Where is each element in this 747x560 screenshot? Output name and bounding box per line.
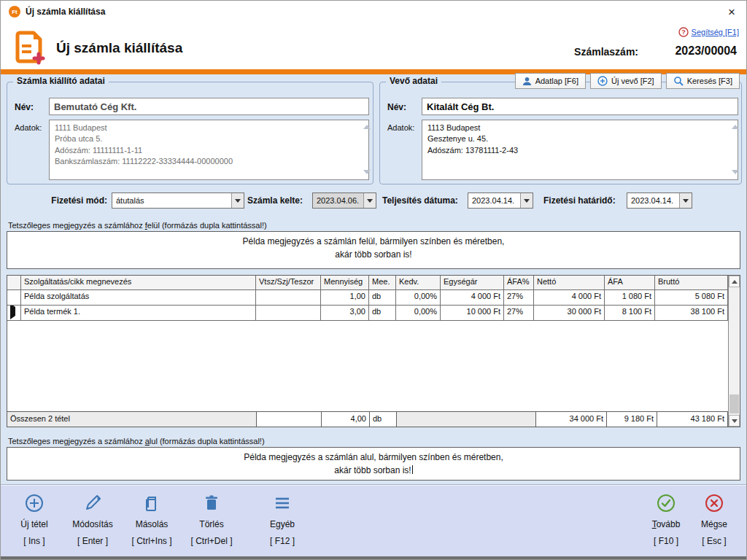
items-table-summary-row: Összesen 2 tétel 4,00 db 34 000 Ft 9 180… (7, 411, 728, 427)
top-comment-line1: Példa megjegyzés a számlán felül, bármil… (7, 235, 740, 248)
due-date-label: Fizetési határidő: (543, 195, 616, 206)
issuer-group-title: Számla kiállító adatai (13, 76, 109, 86)
issuer-details-label: Adatok: (15, 123, 42, 132)
bottom-comment-line2: akár több sorban is! (7, 464, 740, 477)
next-button[interactable]: Tovább [ F10 ] (638, 492, 694, 546)
svg-text:?: ? (681, 28, 686, 36)
summary-vat: 9 180 Ft (607, 412, 657, 427)
customer-details-box[interactable]: 1113 Budapest Gesztenye u. 45. Adószám: … (422, 120, 738, 180)
items-table-header: Szolgáltatás/cikk megnevezés Vtsz/Szj/Te… (7, 276, 728, 290)
customer-search-button[interactable]: Keresés [F3] (666, 73, 740, 89)
issuer-group: Számla kiállító adatai Név: Adatok: 1111… (7, 82, 374, 184)
issuer-scroll-down-icon[interactable] (363, 170, 371, 174)
items-table: Szolgáltatás/cikk megnevezés Vtsz/Szj/Te… (7, 275, 740, 427)
copy-icon (142, 492, 162, 514)
other-button[interactable]: Egyéb [ F12 ] (255, 492, 310, 546)
top-comment-label: Tetszőleges megjegyzés a számlához felül… (8, 221, 267, 230)
fulfillment-date-value: 2023.04.14. (468, 196, 520, 205)
customer-details-label: Adatok: (387, 123, 414, 132)
invoice-date-label: Számla kelte: (247, 195, 303, 206)
issuer-scroll-up-icon[interactable] (363, 125, 371, 129)
invoice-number-value: 2023/00004 (675, 44, 737, 58)
close-icon[interactable]: × (723, 4, 740, 21)
scroll-up-icon[interactable] (729, 276, 740, 287)
top-comment-line2: akár több sorban is! (7, 248, 740, 261)
title-bar: Ft Új számla kiállítása × (1, 1, 746, 23)
cancel-button[interactable]: Mégse [ Esc ] (686, 492, 742, 546)
help-link[interactable]: ? Segítség [F1] (678, 27, 739, 37)
bottom-comment-box[interactable]: Példa megjegyzés a számlán alul, bármily… (7, 447, 740, 481)
fulfillment-date-picker[interactable]: 2023.04.14. (468, 192, 533, 209)
payment-method-select[interactable]: átutalás (112, 192, 244, 209)
invoice-document-icon (14, 30, 46, 68)
customer-group-title: Vevő adatai (386, 76, 441, 86)
form-body: Számla kiállító adatai Név: Adatok: 1111… (1, 74, 746, 484)
help-icon: ? (678, 27, 689, 37)
person-icon (522, 77, 532, 86)
customer-datasheet-label: Adatlap [F6] (535, 77, 578, 85)
customer-group: Vevő adatai Adatlap [F6] Új vevő [F2] (379, 82, 742, 184)
app-icon: Ft (9, 6, 20, 18)
fulfillment-date-label: Teljesítés dátuma: (382, 195, 458, 206)
search-icon (673, 76, 684, 86)
issuer-details-box[interactable]: 1111 Budapest Próba utca 5. Adószám: 111… (49, 120, 369, 180)
cancel-circle-icon (704, 492, 724, 514)
dropdown-arrow-icon[interactable] (679, 193, 692, 208)
customer-name-input[interactable] (422, 98, 738, 115)
new-item-button[interactable]: Új tétel [ Ins ] (7, 492, 62, 546)
top-comment-box[interactable]: Példa megjegyzés a számlán felül, bármil… (7, 231, 740, 269)
customer-datasheet-button[interactable]: Adatlap [F6] (515, 73, 586, 89)
scrollbar-thumb[interactable] (729, 394, 739, 413)
help-link-label: Segítség [F1] (692, 28, 739, 36)
invoice-date-picker[interactable]: 2023.04.06. (312, 192, 376, 209)
invoice-date-value: 2023.04.06. (313, 196, 363, 205)
bottom-toolbar: Új tétel [ Ins ] Módosítás [ Enter ] Más… (1, 484, 746, 556)
copy-button[interactable]: Másolás [ Ctrl+Ins ] (124, 492, 179, 546)
bottom-comment-label: Tetszőleges megjegyzés a számlához alul … (8, 437, 265, 446)
customer-search-label: Keresés [F3] (687, 77, 732, 85)
dropdown-arrow-icon[interactable] (520, 193, 533, 208)
summary-label: Összesen 2 tétel (7, 412, 257, 427)
payment-method-label: Fizetési mód: (1, 195, 107, 206)
delete-button[interactable]: Törlés [ Ctrl+Del ] (184, 492, 239, 546)
customer-name-label: Név: (387, 102, 406, 112)
new-customer-label: Új vevő [F2] (611, 77, 654, 85)
window-bottom-edge (1, 556, 746, 560)
modify-button[interactable]: Módosítás [ Enter ] (65, 492, 120, 546)
text-cursor (412, 465, 413, 474)
window-title: Új számla kiállítása (26, 7, 105, 17)
scroll-down-icon[interactable] (729, 415, 740, 427)
table-scrollbar[interactable] (728, 276, 740, 427)
payment-method-value: átutalás (112, 196, 231, 205)
new-customer-button[interactable]: Új vevő [F2] (590, 73, 662, 89)
trash-icon (201, 492, 222, 514)
issuer-name-label: Név: (15, 102, 34, 112)
menu-icon (272, 492, 293, 514)
page-header: Új számla kiállítása ? Segítség [F1] Szá… (1, 23, 746, 69)
dropdown-arrow-icon[interactable] (363, 193, 376, 208)
customer-scroll-up-icon[interactable] (731, 125, 740, 129)
due-date-value: 2023.04.14. (627, 196, 679, 205)
invoice-number-label: Számlaszám: (574, 46, 638, 58)
plus-circle-icon (597, 76, 608, 86)
bottom-comment-line1: Példa megjegyzés a számlán alul, bármily… (7, 451, 740, 464)
check-circle-icon (656, 492, 676, 514)
summary-quantity: 4,00 (322, 412, 370, 427)
table-row[interactable]: Példa szolgáltatás 1,00 db 0,00% 4 000 F… (7, 290, 728, 306)
summary-gross: 43 180 Ft (657, 412, 728, 427)
summary-unit: db (370, 412, 397, 427)
summary-net: 34 000 Ft (536, 412, 607, 427)
pencil-icon (82, 492, 103, 514)
plus-circle-icon (24, 492, 44, 514)
issuer-name-input[interactable] (49, 98, 369, 115)
page-title: Új számla kiállítása (56, 40, 182, 56)
table-row-selected[interactable]: Példa termék 1. 3,00 db 0,00% 10 000 Ft … (7, 306, 728, 321)
customer-scroll-down-icon[interactable] (731, 170, 740, 174)
due-date-picker[interactable]: 2023.04.14. (627, 192, 692, 209)
current-row-indicator-icon (10, 306, 15, 319)
dropdown-arrow-icon[interactable] (231, 193, 244, 208)
invoice-window: Ft Új számla kiállítása × Új számla kiál… (0, 0, 747, 560)
